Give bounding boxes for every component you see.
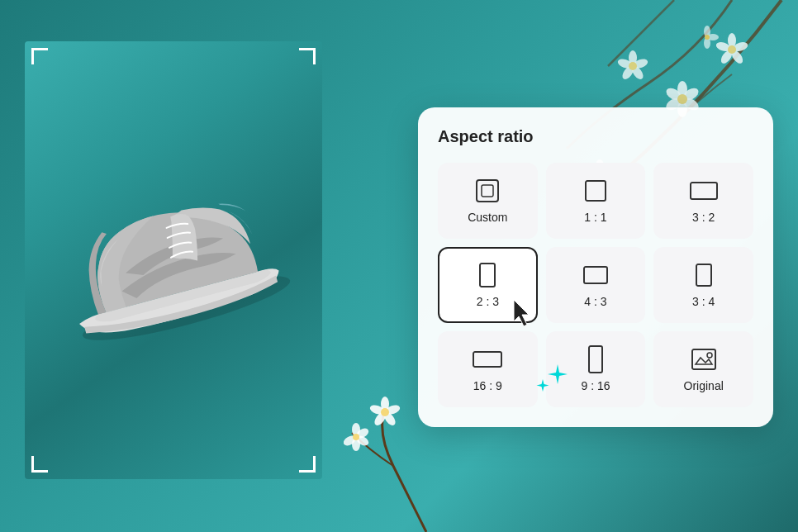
- ratio-btn-1-1[interactable]: 1 : 1: [546, 163, 646, 239]
- sneaker-container: [25, 41, 322, 479]
- svg-point-12: [629, 62, 637, 70]
- svg-point-6: [677, 94, 687, 104]
- widescreen-16-9-icon: [472, 346, 503, 373]
- ratio-btn-2-3[interactable]: 2 : 3: [438, 247, 538, 323]
- svg-point-52: [707, 353, 712, 358]
- ratio-btn-original[interactable]: Original: [653, 331, 753, 407]
- svg-rect-50: [589, 346, 602, 373]
- ratio-btn-custom[interactable]: Custom: [438, 163, 538, 239]
- ratio-label-3-2: 3 : 2: [692, 211, 715, 224]
- svg-rect-42: [477, 180, 498, 202]
- ratio-btn-4-3[interactable]: 4 : 3: [546, 247, 646, 323]
- svg-rect-45: [691, 183, 717, 199]
- ratio-grid: Custom 1 : 1 3 : 2: [438, 163, 753, 407]
- vertical-9-16-icon: [587, 346, 604, 373]
- original-icon: [691, 346, 717, 373]
- svg-rect-51: [692, 349, 715, 369]
- landscape-3-2-icon: [689, 178, 719, 204]
- crop-corner-bl: [31, 456, 48, 473]
- crop-corner-br: [299, 456, 316, 473]
- panel-title: Aspect ratio: [438, 127, 753, 146]
- svg-point-28: [705, 35, 710, 40]
- ratio-label-16-9: 16 : 9: [473, 379, 502, 392]
- crop-corner-tl: [31, 48, 48, 64]
- ratio-label-3-4: 3 : 4: [692, 295, 715, 308]
- ratio-btn-3-4[interactable]: 3 : 4: [653, 247, 753, 323]
- svg-rect-46: [480, 264, 495, 287]
- svg-point-18: [728, 45, 736, 54]
- svg-rect-49: [473, 352, 501, 367]
- aspect-ratio-panel: Aspect ratio Custom 1 : 1: [418, 107, 773, 427]
- portrait-2-3-icon: [478, 262, 496, 288]
- ratio-btn-3-2[interactable]: 3 : 2: [653, 163, 753, 239]
- sneaker-image: [25, 41, 322, 479]
- crop-corner-tr: [299, 48, 316, 64]
- custom-icon: [475, 178, 500, 204]
- ratio-btn-16-9[interactable]: 16 : 9: [438, 331, 538, 407]
- ratio-label-4-3: 4 : 3: [584, 295, 606, 308]
- ratio-label-9-16: 9 : 16: [581, 379, 610, 392]
- landscape-4-3-icon: [582, 262, 609, 288]
- sneaker-svg: [25, 108, 322, 411]
- square-1-1-icon: [584, 178, 607, 204]
- sparkle-decoration: [533, 356, 574, 397]
- ratio-label-2-3: 2 : 3: [477, 295, 499, 308]
- svg-rect-48: [696, 264, 711, 286]
- svg-rect-44: [586, 181, 606, 201]
- ratio-btn-9-16[interactable]: 9 : 16: [546, 331, 646, 407]
- ratio-label-original: Original: [684, 379, 724, 392]
- svg-rect-47: [584, 267, 607, 283]
- ratio-label-1-1: 1 : 1: [584, 211, 606, 224]
- portrait-3-4-icon: [695, 262, 713, 288]
- svg-rect-43: [482, 185, 493, 197]
- ratio-label-custom: Custom: [468, 211, 507, 224]
